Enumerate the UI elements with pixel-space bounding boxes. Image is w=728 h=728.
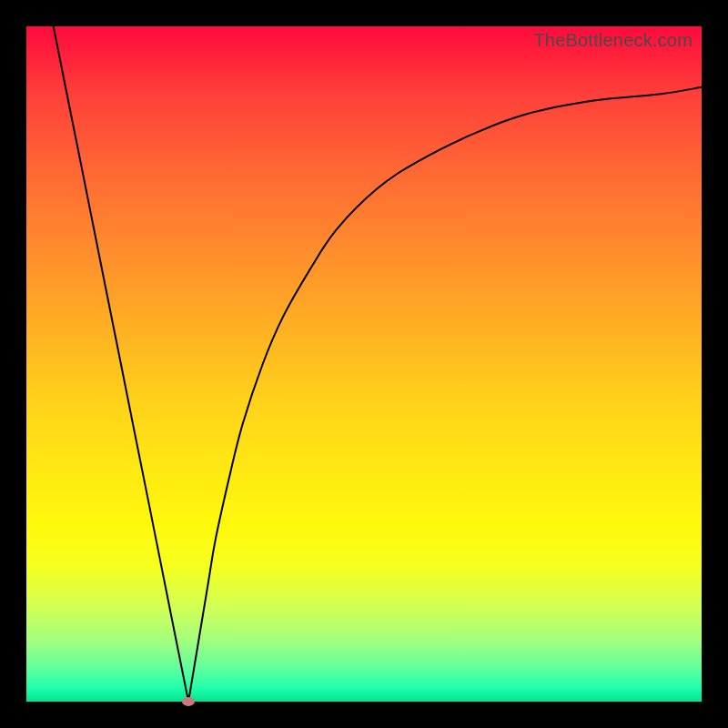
- curve-path: [54, 26, 702, 702]
- minimum-marker: [182, 697, 195, 706]
- bottleneck-curve: [26, 26, 702, 702]
- plot-area: TheBottleneck.com: [26, 26, 702, 702]
- chart-frame: TheBottleneck.com: [0, 0, 728, 728]
